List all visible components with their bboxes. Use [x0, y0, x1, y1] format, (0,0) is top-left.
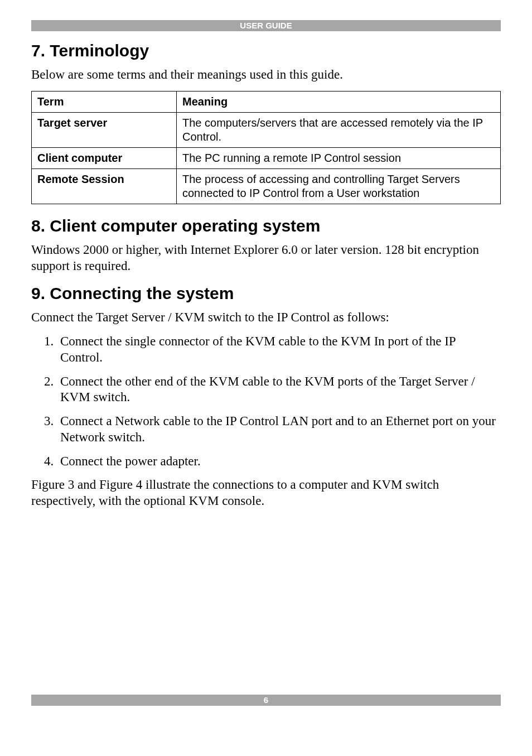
terminology-table: Term Meaning Target server The computers…	[31, 91, 501, 204]
table-header-term: Term	[32, 91, 177, 112]
meaning-cell: The computers/servers that are accessed …	[177, 112, 501, 147]
meaning-cell: The PC running a remote IP Control sessi…	[177, 147, 501, 168]
table-header-meaning: Meaning	[177, 91, 501, 112]
term-cell: Remote Session	[32, 168, 177, 204]
section-8-body: Windows 2000 or higher, with Internet Ex…	[31, 242, 501, 275]
term-cell: Client computer	[32, 147, 177, 168]
table-row: Remote Session The process of accessing …	[32, 168, 501, 204]
meaning-cell: The process of accessing and controlling…	[177, 168, 501, 204]
section-7-heading: 7. Terminology	[31, 41, 501, 60]
section-9-heading: 9. Connecting the system	[31, 284, 501, 303]
list-item: Connect a Network cable to the IP Contro…	[57, 413, 501, 446]
list-item: Connect the power adapter.	[57, 454, 501, 470]
list-item: Connect the other end of the KVM cable t…	[57, 374, 501, 406]
term-cell: Target server	[32, 112, 177, 147]
list-item: Connect the single connector of the KVM …	[57, 334, 501, 366]
section-8-heading: 8. Client computer operating system	[31, 216, 501, 235]
table-row: Target server The computers/servers that…	[32, 112, 501, 147]
section-9-outro: Figure 3 and Figure 4 illustrate the con…	[31, 477, 501, 509]
footer-banner: 6	[31, 695, 501, 706]
table-header-row: Term Meaning	[32, 91, 501, 112]
connection-steps-list: Connect the single connector of the KVM …	[31, 334, 501, 469]
table-row: Client computer The PC running a remote …	[32, 147, 501, 168]
section-7-intro: Below are some terms and their meanings …	[31, 67, 501, 83]
section-9-intro: Connect the Target Server / KVM switch t…	[31, 310, 501, 326]
page-content: USER GUIDE 7. Terminology Below are some…	[0, 0, 532, 509]
header-banner: USER GUIDE	[31, 20, 501, 31]
